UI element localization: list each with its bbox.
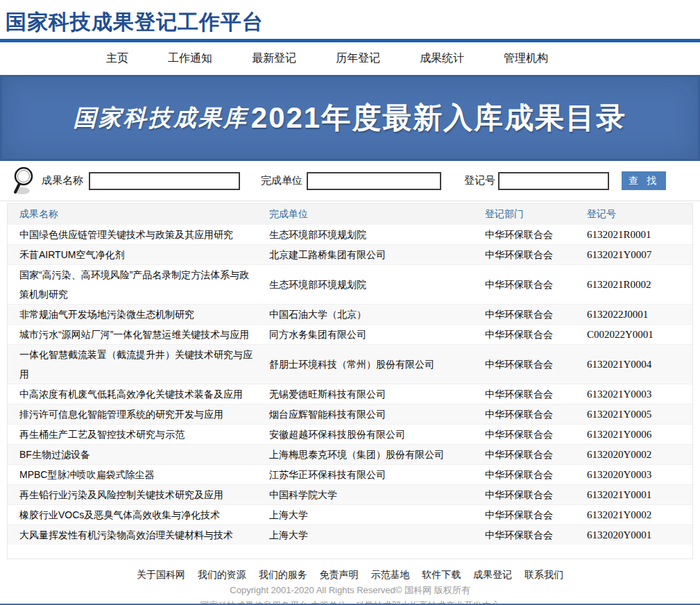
cell-achievement-name: 禾苜AIRTUM空气净化剂: [8, 245, 257, 265]
table-row: 非常规油气开发场地污染微生态机制研究中国石油大学（北京）中华环保联合会61320…: [8, 305, 692, 325]
cell-registration-number: 6132021Y0007: [575, 245, 692, 265]
cell-achievement-name: 中国绿色供应链管理关键技术与政策及其应用研究: [8, 225, 257, 245]
achievement-name-label: 成果名称: [42, 174, 83, 187]
cell-completing-unit: 同方水务集团有限公司: [257, 325, 473, 345]
registration-number-label: 登记号: [464, 174, 495, 187]
search-button[interactable]: 查 找: [622, 171, 666, 190]
cell-registration-dept: 中华环保联合会: [473, 465, 575, 485]
cell-registration-number: 6132021Y0006: [575, 425, 692, 445]
table-row: 大风量挥发性有机污染物高效治理关键材料与技术上海大学中华环保联合会6132020…: [8, 525, 692, 545]
nav-item-achievement-statistics[interactable]: 成果统计: [420, 51, 464, 66]
cell-registration-number: 6132021Y0001: [575, 485, 692, 505]
copyright-line: Copyright 2001-2020 All Rights Reserved©…: [0, 583, 700, 598]
page-title: 国家科技成果登记工作平台: [6, 8, 700, 37]
results-table: 成果名称 完成单位 登记部门 登记号 中国绿色供应链管理关键技术与政策及其应用研…: [8, 204, 692, 545]
cell-achievement-name: 城市污水“源网站厂河”一体化智慧运维关键技术与应用: [8, 325, 257, 345]
column-header-registration-number: 登记号: [575, 204, 692, 225]
footer-link-disclaimer[interactable]: 免责声明: [320, 569, 359, 580]
cell-registration-dept: 中华环保联合会: [473, 445, 575, 465]
cell-completing-unit: 舒朋士环境科技（常州）股份有限公司: [257, 345, 473, 384]
cell-completing-unit: 上海大学: [257, 505, 473, 525]
cell-achievement-name: 一体化智慧截流装置（截流提升井）关键技术研究与应用: [8, 345, 257, 384]
footer-link-services[interactable]: 我们的服务: [259, 569, 307, 580]
table-header-row: 成果名称 完成单位 登记部门 登记号: [8, 204, 692, 225]
cell-completing-unit: 生态环境部环境规划院: [257, 225, 473, 245]
cell-completing-unit: 北京建工路桥集团有限公司: [257, 245, 473, 265]
column-header-completing-unit: 完成单位: [257, 204, 473, 225]
cell-achievement-name: 中高浓度有机废气低耗高效净化关键技术装备及应用: [8, 384, 257, 404]
cell-registration-dept: 中华环保联合会: [473, 325, 575, 345]
registration-number-input[interactable]: [498, 172, 609, 190]
cell-achievement-name: 排污许可信息化智能管理系统的研究开发与应用: [8, 404, 257, 425]
table-row: 中高浓度有机废气低耗高效净化关键技术装备及应用无锡爱德旺斯科技有限公司中华环保联…: [8, 384, 692, 404]
table-row: 一体化智慧截流装置（截流提升井）关键技术研究与应用舒朋士环境科技（常州）股份有限…: [8, 345, 692, 384]
results-table-container: 成果名称 完成单位 登记部门 登记号 中国绿色供应链管理关键技术与政策及其应用研…: [7, 203, 693, 559]
cell-achievement-name: 再生铅行业污染及风险控制关键技术研究及应用: [8, 485, 257, 505]
cell-completing-unit: 烟台应辉智能科技有限公司: [257, 404, 473, 425]
cell-registration-dept: 中华环保联合会: [473, 525, 575, 545]
achievement-name-input[interactable]: [89, 172, 240, 190]
cell-registration-number: 6132021Y0002: [575, 505, 692, 525]
search-icon: [12, 166, 36, 196]
table-row: 再生桶生产工艺及智控技术研究与示范安徽超越环保科技股份有限公司中华环保联合会61…: [8, 425, 692, 445]
cell-registration-number: 6132021Y0004: [575, 345, 692, 384]
cell-achievement-name: MPBC型脉冲喷吹扁袋式除尘器: [8, 465, 257, 485]
cell-registration-dept: 中华环保联合会: [473, 245, 575, 265]
footer-link-achievement-registration[interactable]: 成果登记: [473, 569, 512, 580]
cell-registration-number: 6132020Y0001: [575, 525, 692, 545]
cell-completing-unit: 生态环境部环境规划院: [257, 265, 473, 305]
nav-item-historical-registration[interactable]: 历年登记: [336, 51, 380, 66]
cell-completing-unit: 无锡爱德旺斯科技有限公司: [257, 384, 473, 404]
banner-prefix: 国家科技成果库: [74, 103, 248, 134]
nav-item-management-agency[interactable]: 管理机构: [504, 51, 548, 66]
cell-completing-unit: 中国石油大学（北京）: [257, 305, 473, 325]
table-row: MPBC型脉冲喷吹扁袋式除尘器江苏华正环保科技有限公司中华环保联合会613202…: [8, 465, 692, 485]
completing-unit-label: 完成单位: [261, 174, 302, 187]
site-header: 国家科技成果登记工作平台: [0, 0, 700, 39]
cell-registration-dept: 中华环保联合会: [473, 404, 575, 425]
cell-achievement-name: 大风量挥发性有机污染物高效治理关键材料与技术: [8, 525, 257, 545]
cell-registration-dept: 中华环保联合会: [473, 505, 575, 525]
cell-registration-number: 6132021R0002: [575, 265, 692, 305]
cell-registration-dept: 中华环保联合会: [473, 384, 575, 404]
table-row: 国家“高污染、高环境风险”产品名录制定方法体系与政策机制研究生态环境部环境规划院…: [8, 265, 692, 305]
footer-link-resources[interactable]: 我们的资源: [198, 569, 246, 580]
cell-registration-dept: 中华环保联合会: [473, 265, 575, 305]
table-row: 禾苜AIRTUM空气净化剂北京建工路桥集团有限公司中华环保联合会6132021Y…: [8, 245, 692, 265]
table-row: 橡胶行业VOCs及恶臭气体高效收集与净化技术上海大学中华环保联合会6132021…: [8, 505, 692, 525]
footer: 关于国科网 我们的资源 我们的服务 免责声明 示范基地 软件下载 成果登记 联系…: [0, 566, 700, 605]
cell-registration-number: 6132021Y0005: [575, 404, 692, 425]
search-bar: 成果名称 完成单位 登记号 查 找: [0, 161, 700, 201]
cell-registration-dept: 中华环保联合会: [473, 425, 575, 445]
nav-item-home[interactable]: 主页: [106, 51, 128, 66]
completing-unit-input[interactable]: [307, 172, 441, 190]
cell-registration-number: 6132021Y0003: [575, 384, 692, 404]
footer-links: 关于国科网 我们的资源 我们的服务 免责声明 示范基地 软件下载 成果登记 联系…: [0, 566, 700, 583]
cell-registration-dept: 中华环保联合会: [473, 485, 575, 505]
cell-completing-unit: 上海梅思泰克环境（集团）股份有限公司: [257, 445, 473, 465]
cell-registration-number: 6132020Y0003: [575, 465, 692, 485]
footer-link-contact[interactable]: 联系我们: [524, 569, 563, 580]
results-body: 中国绿色供应链管理关键技术与政策及其应用研究生态环境部环境规划院中华环保联合会6…: [8, 225, 692, 545]
cell-achievement-name: 非常规油气开发场地污染微生态机制研究: [8, 305, 257, 325]
banner-title: 2021年度最新入库成果目录: [251, 99, 626, 137]
table-row: BF生物过滤设备上海梅思泰克环境（集团）股份有限公司中华环保联合会6132020…: [8, 445, 692, 465]
nav-item-work-notice[interactable]: 工作通知: [168, 51, 212, 66]
cell-achievement-name: 再生桶生产工艺及智控技术研究与示范: [8, 425, 257, 445]
nav-item-latest-registration[interactable]: 最新登记: [252, 51, 296, 66]
page: 国家科技成果登记工作平台 主页 工作通知 最新登记 历年登记 成果统计 管理机构…: [0, 0, 700, 605]
column-header-achievement-name: 成果名称: [8, 204, 257, 225]
cell-completing-unit: 安徽超越环保科技股份有限公司: [257, 425, 473, 445]
cell-achievement-name: 橡胶行业VOCs及恶臭气体高效收集与净化技术: [8, 505, 257, 525]
footer-link-about[interactable]: 关于国科网: [137, 569, 185, 580]
cell-registration-number: C002022Y0001: [575, 325, 692, 345]
cell-completing-unit: 中国科学院大学: [257, 485, 473, 505]
table-row: 再生铅行业污染及风险控制关键技术研究及应用中国科学院大学中华环保联合会61320…: [8, 485, 692, 505]
cell-registration-number: 6132021R0001: [575, 225, 692, 245]
footer-link-software-download[interactable]: 软件下载: [422, 569, 461, 580]
banner: 国家科技成果库 2021年度最新入库成果目录: [0, 75, 700, 161]
footer-link-demo-base[interactable]: 示范基地: [370, 569, 409, 580]
cell-completing-unit: 江苏华正环保科技有限公司: [257, 465, 473, 485]
cell-registration-dept: 中华环保联合会: [473, 345, 575, 384]
cell-completing-unit: 上海大学: [257, 525, 473, 545]
